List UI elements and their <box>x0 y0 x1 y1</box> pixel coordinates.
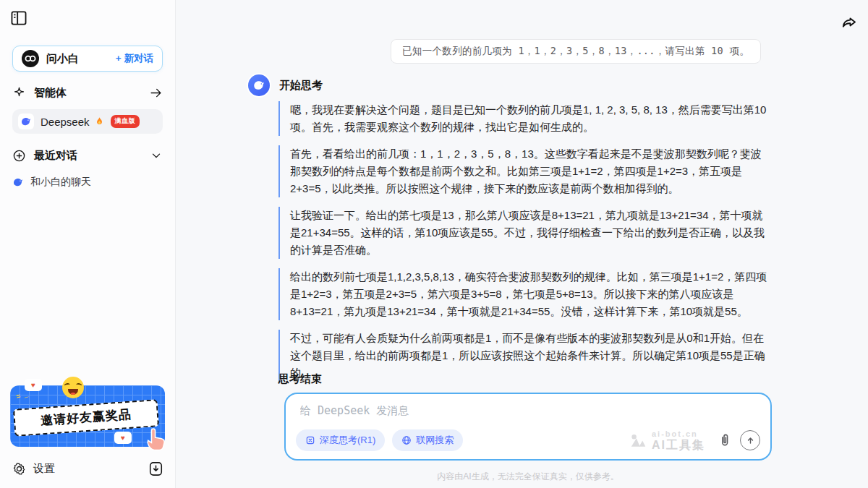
new-chat-button[interactable]: + 新对话 <box>116 52 153 65</box>
thinking-paragraph: 首先，看看给出的前几项：1，1，2，3，5，8，13。这些数字看起来是不是斐波那… <box>278 145 769 197</box>
deepseek-avatar <box>248 74 270 96</box>
settings-label[interactable]: 设置 <box>33 462 55 476</box>
sidebar-toggle-icon[interactable] <box>11 11 27 25</box>
thinking-paragraph: 给出的数列前七项是1,1,2,3,5,8,13，确实符合斐波那契数列的规律。比如… <box>278 268 769 320</box>
gear-icon[interactable] <box>12 462 26 476</box>
share-icon[interactable] <box>841 14 858 32</box>
thinking-start-label: 开始思考 <box>279 79 323 93</box>
thinking-paragraph: 让我验证一下。给出的第七项是13，那么第八项应该是8+13=21，第九项就是13… <box>278 207 769 259</box>
message-composer[interactable]: 深度思考(R1) 联网搜索 ai-bot.cn AI工具集 <box>284 393 772 461</box>
circle-plus-icon <box>12 149 26 163</box>
message-input[interactable] <box>300 404 756 417</box>
user-message: 已知一个数列的前几项为 1，1，2，3，5，8，13，...，请写出第 10 项… <box>391 39 761 64</box>
heart-bubble-icon: ♥ <box>25 379 42 391</box>
thinking-content: 嗯，我现在要解决这个问题，题目是已知一个数列的前几项是1, 1, 2, 3, 5… <box>278 101 769 391</box>
pointing-hand-icon <box>143 427 168 454</box>
send-button[interactable] <box>740 430 760 450</box>
invite-banner[interactable]: = _ ♥ 邀请好友赢奖品 ♥ <box>10 385 165 447</box>
deepseek-label: Deepseek <box>41 116 90 128</box>
sidebar: 问小白 + 新对话 智能体 Deepseek 满血版 <box>0 0 176 488</box>
composer-toolbar: 深度思考(R1) 联网搜索 ai-bot.cn AI工具集 <box>296 429 760 451</box>
ai-bot-logo-icon <box>629 431 647 450</box>
watermark-line2: AI工具集 <box>652 440 705 451</box>
deepseek-whale-icon <box>18 114 34 129</box>
settings-row: 设置 <box>12 459 163 478</box>
recent-chats-label: 最近对话 <box>34 149 77 163</box>
laughing-emoji-icon <box>62 377 84 398</box>
sidebar-item-agents[interactable]: 智能体 <box>12 82 163 103</box>
web-search-toggle[interactable]: 联网搜索 <box>392 429 463 451</box>
download-app-icon[interactable] <box>149 461 163 476</box>
chat-history-title: 和小白的聊天 <box>30 176 91 189</box>
brand-name: 问小白 <box>46 52 79 66</box>
deep-think-label: 深度思考(R1) <box>320 434 375 447</box>
chat-main: 已知一个数列的前几项为 1，1，2，3，5，8，13，...，请写出第 10 项… <box>176 0 868 488</box>
watermark-line1: ai-bot.cn <box>652 430 705 438</box>
chat-history-item[interactable]: 和小白的聊天 <box>12 173 163 192</box>
attach-paperclip-icon[interactable] <box>717 432 733 448</box>
deepseek-whale-icon <box>12 176 24 188</box>
deepseek-r1-icon <box>305 435 315 445</box>
sidebar-item-deepseek[interactable]: Deepseek 满血版 <box>12 109 163 134</box>
deep-think-toggle[interactable]: 深度思考(R1) <box>296 429 385 451</box>
ai-disclaimer: 内容由AI生成，无法完全保证真实，仅供参考。 <box>284 471 772 483</box>
sparkle-icon <box>12 86 26 100</box>
deepseek-badge: 满血版 <box>111 115 140 128</box>
brand-card[interactable]: 问小白 + 新对话 <box>12 46 163 72</box>
web-search-label: 联网搜索 <box>416 434 454 447</box>
thinking-paragraph: 嗯，我现在要解决这个问题，题目是已知一个数列的前几项是1, 1, 2, 3, 5… <box>278 101 769 136</box>
chevron-down-icon[interactable] <box>150 149 163 162</box>
heart-bubble-icon: ♥ <box>114 432 132 444</box>
confetti-decoration: = _ <box>15 390 29 401</box>
invite-banner-text: 邀请好友赢奖品 <box>13 399 159 437</box>
sidebar-item-recent-chats[interactable]: 最近对话 <box>12 145 163 166</box>
arrow-right-icon <box>149 86 163 100</box>
thinking-end-label: 思考结束 <box>278 372 322 386</box>
agents-label: 智能体 <box>34 86 67 100</box>
app-window: 问小白 + 新对话 智能体 Deepseek 满血版 <box>0 0 868 488</box>
wenxiaobai-logo-icon <box>22 50 39 67</box>
thinking-paragraph: 不过，可能有人会质疑为什么前两项都是1，而不是像有些版本的斐波那契数列是从0和1… <box>278 330 769 382</box>
assistant-header: 开始思考 <box>248 74 323 96</box>
flame-icon <box>94 116 105 127</box>
globe-icon <box>401 435 412 445</box>
watermark: ai-bot.cn AI工具集 <box>629 430 705 451</box>
